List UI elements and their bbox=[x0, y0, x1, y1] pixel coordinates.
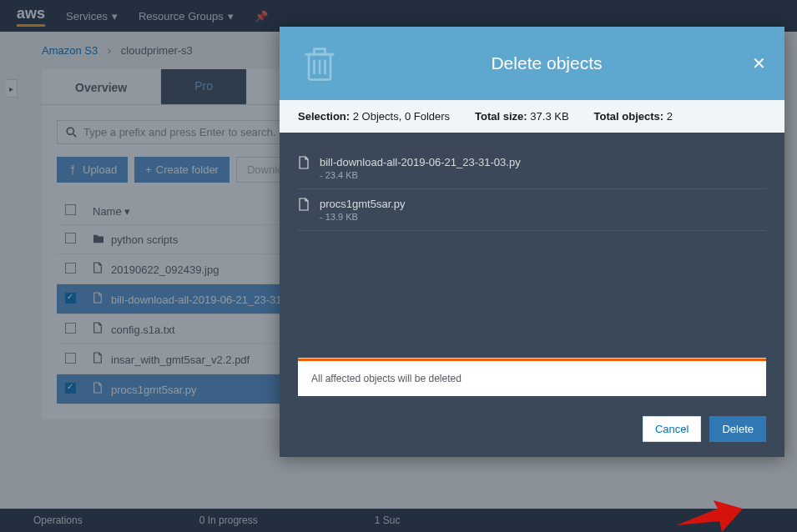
file-name: procs1gmt5sar.py bbox=[320, 198, 406, 210]
file-size: - 13.9 KB bbox=[320, 212, 406, 222]
modal-file-item: procs1gmt5sar.py- 13.9 KB bbox=[298, 189, 766, 231]
trash-icon bbox=[298, 42, 341, 85]
modal-file-item: bill-download-all-2019-06-21_23-31-03.py… bbox=[298, 148, 766, 189]
close-icon[interactable]: ✕ bbox=[752, 53, 766, 73]
file-icon bbox=[298, 198, 310, 222]
delete-button[interactable]: Delete bbox=[709, 416, 766, 442]
cancel-button[interactable]: Cancel bbox=[643, 416, 701, 442]
modal-summary: Selection: 2 Objects, 0 Folders Total si… bbox=[280, 100, 784, 133]
file-size: - 23.4 KB bbox=[320, 170, 521, 180]
warning-box: All affected objects will be deleted bbox=[298, 359, 766, 396]
file-icon bbox=[298, 156, 310, 180]
delete-modal: Delete objects ✕ Selection: 2 Objects, 0… bbox=[280, 27, 784, 457]
file-name: bill-download-all-2019-06-21_23-31-03.py bbox=[320, 156, 521, 168]
modal-title: Delete objects bbox=[341, 53, 752, 73]
